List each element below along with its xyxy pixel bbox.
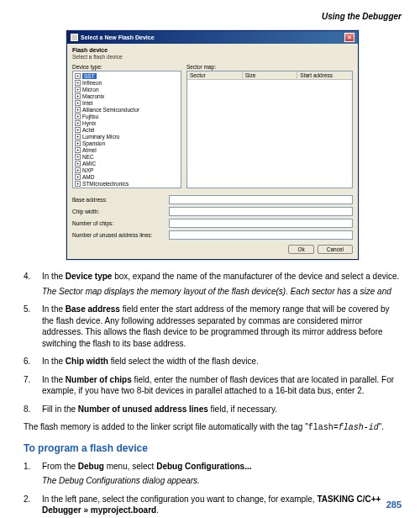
sector-map-table[interactable]: Sector Size Start address (186, 71, 353, 188)
flash-tag-paragraph: The flash memory is added to the linker … (24, 421, 402, 434)
unused-lines-input[interactable] (169, 230, 353, 240)
expand-icon[interactable]: + (75, 93, 81, 99)
tree-item-label: Macronix (82, 93, 104, 99)
tree-item-label: Actel (82, 127, 94, 133)
tree-item[interactable]: +Alliance Semiconductor (75, 106, 179, 113)
sector-col-start[interactable]: Start address (297, 71, 352, 79)
expand-icon[interactable]: + (75, 174, 81, 180)
page-header: Using the Debugger (24, 12, 402, 21)
step-number: 8. (24, 404, 42, 415)
expand-icon[interactable]: + (75, 161, 81, 166)
expand-icon[interactable]: + (75, 87, 81, 92)
expand-icon[interactable]: + (75, 154, 81, 160)
expand-icon[interactable]: + (75, 134, 81, 140)
tree-item-label: NEC (82, 154, 94, 160)
expand-icon[interactable]: + (75, 114, 81, 119)
section-title: Flash device (72, 47, 353, 53)
expand-icon[interactable]: + (75, 107, 81, 113)
step-number: 5. (24, 304, 42, 349)
step-number: 2. (24, 494, 42, 516)
step-body: From the Debug menu, select Debug Config… (42, 461, 402, 487)
tree-item-label: AMD (82, 174, 94, 180)
tree-item-label: Intel (82, 100, 92, 106)
expand-icon[interactable]: + (75, 167, 81, 173)
tree-item[interactable]: +Atmel (75, 146, 179, 153)
ok-button[interactable]: Ok (288, 245, 313, 254)
heading-program-flash: To program a flash device (24, 442, 402, 454)
tree-item[interactable]: +NXP (75, 166, 179, 173)
step-number: 1. (24, 461, 42, 487)
instruction-step: 4.In the Device type box, expand the nam… (24, 271, 402, 297)
expand-icon[interactable]: + (75, 140, 81, 146)
expand-icon[interactable]: + (75, 127, 81, 133)
tree-item[interactable]: +Spansion (75, 140, 179, 146)
tree-item[interactable]: +SST (75, 72, 179, 79)
num-chips-label: Number of chips: (72, 220, 169, 226)
chip-width-label: Chip width: (72, 209, 169, 214)
step-note: The Debug Configurations dialog appears. (42, 475, 402, 487)
sector-col-size[interactable]: Size (243, 71, 298, 79)
step-body: In the Number of chips field, enter the … (42, 374, 402, 397)
tree-item[interactable]: +Hynix (75, 119, 179, 126)
chip-width-input[interactable] (169, 207, 353, 216)
step-note: The Sector map displays the memory layou… (42, 286, 402, 298)
tree-item[interactable]: +Luminary Micro (75, 133, 179, 140)
instruction-step: 7.In the Number of chips field, enter th… (24, 374, 402, 397)
tree-item[interactable]: +Infineon (75, 79, 179, 86)
expand-icon[interactable]: + (75, 73, 81, 79)
app-icon (71, 34, 78, 41)
tree-item[interactable]: +Micron (75, 86, 179, 92)
dialog-screenshot: Select a New Flash Device × Flash device… (66, 29, 360, 261)
device-type-tree[interactable]: +SST+Infineon+Micron+Macronix+Intel+Alli… (72, 71, 181, 188)
section-subtitle: Select a flash device (72, 54, 353, 60)
expand-icon[interactable]: + (75, 80, 81, 86)
tree-item[interactable]: +STMicroelectronics (75, 180, 179, 187)
tree-item-label: SST (82, 73, 97, 79)
expand-icon[interactable]: + (75, 147, 81, 153)
tree-item[interactable]: +Macronix (75, 92, 179, 99)
step-body: In the Chip width field select the width… (42, 356, 402, 367)
tree-item-label: Micron (82, 87, 99, 92)
titlebar: Select a New Flash Device × (67, 31, 358, 44)
tree-item[interactable]: +Actel (75, 126, 179, 133)
instruction-step: 8.Fill in the Number of unused address l… (24, 404, 402, 415)
tree-item[interactable]: +NEC (75, 153, 179, 160)
step-body: In the Base address field enter the star… (42, 304, 402, 349)
sector-col-sector[interactable]: Sector (187, 71, 243, 79)
step-body: In the left pane, select the configurati… (42, 494, 402, 516)
step-number: 7. (24, 374, 42, 397)
tree-item-label: AMIC (82, 161, 96, 166)
step-body: In the Device type box, expand the name … (42, 271, 402, 297)
step-number: 4. (24, 271, 42, 297)
expand-icon[interactable]: + (75, 100, 81, 106)
tree-item[interactable]: +AMD (75, 173, 179, 180)
cancel-button[interactable]: Cancel (318, 245, 353, 254)
tree-item-label: Alliance Semiconductor (82, 107, 139, 113)
tree-item-label: STMicroelectronics (82, 181, 129, 187)
expand-icon[interactable]: + (75, 120, 81, 126)
expand-icon[interactable]: + (75, 181, 81, 187)
base-address-label: Base address: (72, 197, 169, 203)
tree-item-label: Fujitsu (82, 114, 98, 119)
page-number: 285 (386, 500, 402, 510)
tree-item[interactable]: +Intel (75, 99, 179, 106)
instruction-step: 5.In the Base address field enter the st… (24, 304, 402, 349)
step-number: 6. (24, 356, 42, 367)
tree-item-label: Spansion (82, 140, 105, 146)
unused-lines-label: Number of unused address lines: (72, 232, 169, 238)
device-type-label: Device type: (72, 64, 181, 70)
num-chips-input[interactable] (169, 219, 353, 228)
tree-item-label: Luminary Micro (82, 134, 119, 140)
tree-item[interactable]: +AMIC (75, 160, 179, 166)
tree-item[interactable]: +Fujitsu (75, 113, 179, 119)
dialog-title: Select a New Flash Device (81, 34, 342, 40)
tree-item-label: Atmel (82, 147, 97, 153)
sector-map-label: Sector map: (186, 64, 353, 70)
close-icon[interactable]: × (344, 33, 354, 42)
instruction-step: 6.In the Chip width field select the wid… (24, 356, 402, 367)
base-address-input[interactable] (169, 195, 353, 204)
tree-item-label: Infineon (82, 80, 102, 86)
tree-item-label: NXP (82, 167, 93, 173)
instruction-step: 1.From the Debug menu, select Debug Conf… (24, 461, 402, 487)
step-body: Fill in the Number of unused address lin… (42, 404, 402, 415)
